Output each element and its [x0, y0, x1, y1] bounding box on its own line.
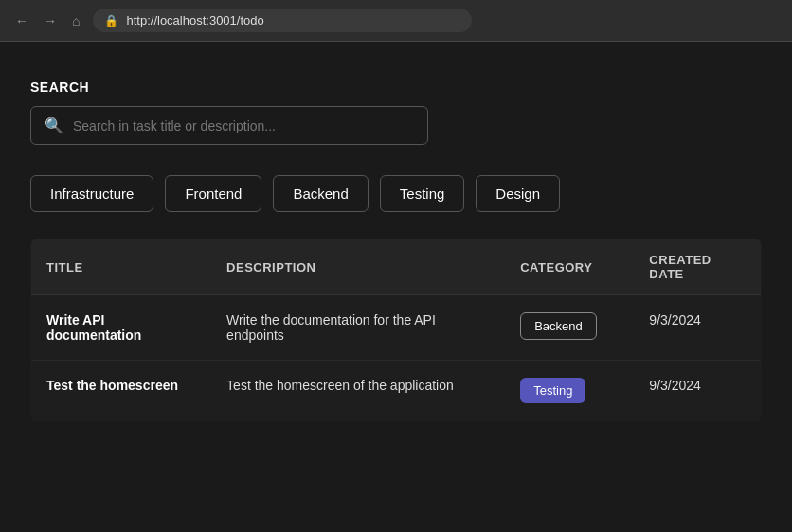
task-date-cell: 9/3/2024	[634, 295, 761, 361]
filter-frontend[interactable]: Frontend	[165, 175, 261, 212]
task-title: Write API documentation	[46, 312, 141, 343]
back-button[interactable]: ←	[11, 11, 32, 30]
task-category-cell: Backend	[505, 295, 634, 361]
table-row: Test the homescreen Test the homescreen …	[31, 361, 762, 421]
col-header-category: CATEGORY	[505, 239, 634, 295]
search-input-wrapper[interactable]: 🔍	[30, 106, 428, 145]
browser-chrome: ← → ⌂ 🔒 http://localhost:3001/todo	[0, 0, 792, 42]
home-button[interactable]: ⌂	[68, 11, 83, 30]
filter-design[interactable]: Design	[476, 175, 560, 212]
task-category-cell: Testing	[505, 361, 634, 421]
filter-infrastructure[interactable]: Infrastructure	[30, 175, 153, 212]
col-header-created-date: CREATED DATE	[634, 239, 761, 295]
task-title: Test the homescreen	[46, 378, 178, 393]
category-badge: Backend	[520, 312, 597, 340]
url-text: http://localhost:3001/todo	[126, 13, 263, 27]
page-content: SEARCH 🔍 Infrastructure Frontend Backend…	[0, 42, 792, 452]
category-filters: Infrastructure Frontend Backend Testing …	[30, 175, 762, 212]
table-header-row: TITLE DESCRIPTION CATEGORY CREATED DATE	[31, 239, 762, 295]
task-title-cell: Test the homescreen	[31, 361, 212, 421]
task-description-cell: Test the homescreen of the application	[211, 361, 505, 421]
task-description-cell: Write the documentation for the API endp…	[211, 295, 505, 361]
task-table: TITLE DESCRIPTION CATEGORY CREATED DATE …	[30, 239, 762, 421]
category-badge: Testing	[520, 378, 585, 403]
col-header-title: TITLE	[31, 239, 212, 295]
lock-icon: 🔒	[104, 14, 118, 27]
task-title-cell: Write API documentation	[31, 295, 212, 361]
search-label: SEARCH	[30, 80, 762, 95]
search-input[interactable]	[73, 118, 414, 133]
nav-buttons: ← → ⌂	[11, 11, 83, 30]
forward-button[interactable]: →	[40, 11, 61, 30]
filter-testing[interactable]: Testing	[380, 175, 465, 212]
search-icon: 🔍	[45, 116, 63, 134]
search-container: 🔍	[30, 106, 762, 145]
table-row: Write API documentation Write the docume…	[31, 295, 762, 361]
filter-backend[interactable]: Backend	[273, 175, 368, 212]
address-bar[interactable]: 🔒 http://localhost:3001/todo	[93, 9, 472, 32]
col-header-description: DESCRIPTION	[211, 239, 505, 295]
task-date-cell: 9/3/2024	[634, 361, 761, 421]
